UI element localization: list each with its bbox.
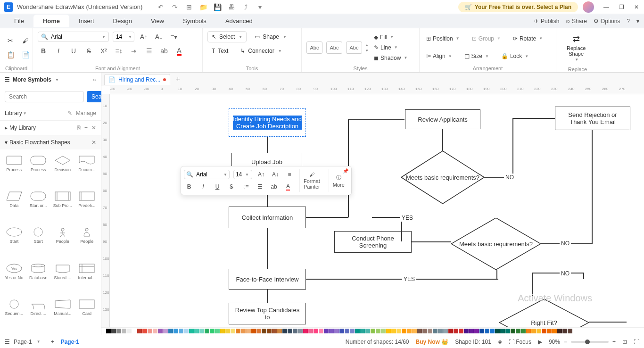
increase-font-icon[interactable]: A↑ bbox=[138, 31, 149, 42]
style-preset-2[interactable]: Abc bbox=[326, 41, 342, 54]
color-swatch[interactable] bbox=[220, 329, 225, 333]
palette-shape[interactable]: Docum... bbox=[76, 153, 99, 187]
connector[interactable] bbox=[532, 273, 584, 273]
menu-view[interactable]: View bbox=[141, 15, 173, 27]
color-swatch[interactable] bbox=[132, 329, 137, 333]
color-swatch[interactable] bbox=[417, 329, 422, 333]
color-swatch[interactable] bbox=[173, 329, 178, 333]
color-swatch[interactable] bbox=[526, 329, 531, 333]
menu-advanced[interactable]: Advanced bbox=[216, 15, 262, 27]
connector-tool[interactable]: ↳Connector▼ bbox=[236, 45, 286, 57]
zoom-in-button[interactable]: + bbox=[612, 339, 616, 345]
manage-button[interactable]: Manage bbox=[76, 110, 96, 116]
float-font-select[interactable]: 🔍 ▼ bbox=[184, 170, 230, 179]
color-swatch[interactable] bbox=[407, 329, 412, 333]
float-bullet-icon[interactable]: ☰ bbox=[255, 182, 265, 192]
float-line-spacing-icon[interactable]: ↕≡ bbox=[240, 182, 251, 192]
process-node-7[interactable]: Review Applicants bbox=[405, 109, 480, 129]
float-bold-icon[interactable]: B bbox=[184, 182, 194, 192]
float-format-painter[interactable]: 🖌 Format Painter bbox=[299, 169, 324, 192]
menu-overflow[interactable]: ▾ bbox=[636, 18, 639, 25]
color-swatch[interactable] bbox=[438, 329, 443, 333]
process-node-4[interactable]: Conduct Phone Screening bbox=[334, 231, 412, 253]
edit-icon[interactable]: ✎ bbox=[67, 110, 72, 116]
replace-shape-button[interactable]: ⇄ Replace Shape ▼ bbox=[561, 31, 591, 65]
style-scroll-down[interactable]: ▾ bbox=[366, 48, 368, 53]
group-button[interactable]: ⊡Group▼ bbox=[470, 34, 503, 43]
color-swatch[interactable] bbox=[376, 329, 380, 333]
color-swatch[interactable] bbox=[350, 329, 355, 333]
color-swatch[interactable] bbox=[127, 329, 132, 333]
color-swatch[interactable] bbox=[443, 329, 448, 333]
close-library-icon[interactable]: ✕ bbox=[91, 124, 96, 131]
color-swatch[interactable] bbox=[360, 329, 365, 333]
style-scroll-up[interactable]: ▴ bbox=[366, 42, 368, 47]
new-file-icon[interactable]: ⊞ bbox=[185, 3, 193, 11]
zoom-out-button[interactable]: − bbox=[564, 339, 567, 345]
color-swatch[interactable] bbox=[339, 329, 344, 333]
float-align-icon[interactable]: ≡ bbox=[284, 169, 295, 180]
color-swatch[interactable] bbox=[298, 329, 303, 333]
collapse-panel-icon[interactable]: « bbox=[93, 76, 96, 83]
color-swatch[interactable] bbox=[329, 329, 334, 333]
close-button[interactable]: ✕ bbox=[633, 3, 640, 11]
superscript-icon[interactable]: X² bbox=[98, 45, 109, 57]
float-strikethrough-icon[interactable]: S̶ bbox=[226, 182, 237, 192]
palette-shape[interactable]: Stored ... bbox=[51, 261, 74, 295]
copy-icon[interactable]: 📋 bbox=[5, 49, 16, 60]
color-swatch[interactable] bbox=[142, 329, 147, 333]
zoom-value[interactable]: 90% bbox=[549, 339, 560, 345]
new-tab-button[interactable]: + bbox=[173, 75, 182, 84]
layers-icon[interactable]: ◈ bbox=[498, 339, 502, 345]
color-swatch[interactable] bbox=[111, 329, 116, 333]
menu-design[interactable]: Design bbox=[104, 15, 141, 27]
publish-button[interactable]: ✈Publish bbox=[534, 18, 559, 25]
palette-shape[interactable]: Database bbox=[27, 261, 50, 295]
close-section-icon[interactable]: ✕ bbox=[91, 139, 96, 146]
decision-node-3[interactable]: Right Fit? bbox=[499, 299, 589, 327]
color-swatch[interactable] bbox=[293, 329, 297, 333]
menu-home[interactable]: Home bbox=[33, 15, 69, 27]
float-underline-icon[interactable]: U bbox=[212, 182, 223, 192]
text-tool[interactable]: TText bbox=[207, 45, 232, 57]
help-button[interactable]: ? bbox=[627, 18, 630, 25]
shadow-button[interactable]: ◼Shadow▼ bbox=[372, 54, 409, 62]
process-node-5[interactable]: Face-to-Face Interview bbox=[229, 269, 306, 290]
color-swatch[interactable] bbox=[547, 329, 552, 333]
color-swatch[interactable] bbox=[236, 329, 240, 333]
color-swatch[interactable] bbox=[210, 329, 215, 333]
color-swatch[interactable] bbox=[412, 329, 417, 333]
color-swatch[interactable] bbox=[433, 329, 438, 333]
decision-node-1[interactable]: Meets basic requirements? bbox=[401, 151, 484, 204]
color-swatch[interactable] bbox=[308, 329, 313, 333]
redo-icon[interactable]: ↷ bbox=[171, 3, 179, 11]
palette-shape[interactable]: Manual... bbox=[51, 297, 74, 331]
color-swatch[interactable] bbox=[511, 329, 515, 333]
line-spacing-icon[interactable]: ≡↕ bbox=[113, 45, 124, 57]
color-swatch[interactable] bbox=[189, 329, 194, 333]
connector[interactable] bbox=[348, 119, 405, 120]
pin-icon[interactable]: 📌 bbox=[343, 168, 348, 174]
strikethrough-icon[interactable]: S̶ bbox=[83, 45, 94, 57]
color-swatch[interactable] bbox=[490, 329, 495, 333]
section-title[interactable]: Basic Flowchart Shapes bbox=[9, 139, 70, 146]
color-swatch[interactable] bbox=[148, 329, 152, 333]
font-size-select[interactable]: ▼ bbox=[113, 32, 134, 42]
palette-shape[interactable]: Direct ... bbox=[27, 297, 50, 331]
color-swatch[interactable] bbox=[106, 329, 111, 333]
menu-file[interactable]: File bbox=[5, 15, 33, 27]
connector[interactable] bbox=[589, 322, 627, 323]
bold-icon[interactable]: B bbox=[38, 45, 49, 57]
presentation-icon[interactable]: ▶ bbox=[538, 339, 542, 345]
export-icon[interactable]: ⤴ bbox=[241, 3, 250, 11]
color-swatch[interactable] bbox=[516, 329, 520, 333]
color-swatch[interactable] bbox=[334, 329, 339, 333]
minimize-button[interactable]: — bbox=[603, 3, 610, 11]
color-swatch[interactable] bbox=[396, 329, 401, 333]
color-swatch[interactable] bbox=[241, 329, 246, 333]
position-button[interactable]: ⊞Position▼ bbox=[424, 34, 462, 43]
color-swatch[interactable] bbox=[205, 329, 209, 333]
page-select[interactable]: Page-1 bbox=[14, 339, 32, 345]
decision-node-2[interactable]: Meets basic requirements? bbox=[451, 218, 541, 270]
color-swatch[interactable] bbox=[199, 329, 204, 333]
